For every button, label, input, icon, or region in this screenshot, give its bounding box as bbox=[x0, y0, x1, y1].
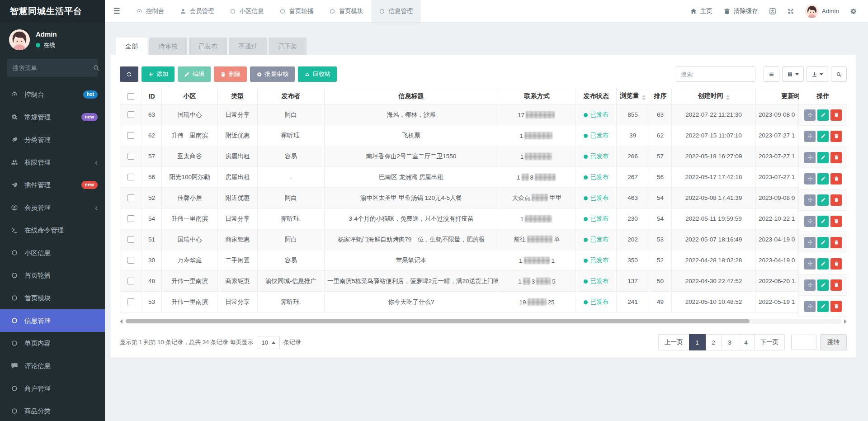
drag-button[interactable] bbox=[804, 152, 816, 163]
sidebar-item-首页模块[interactable]: 首页模块 bbox=[0, 287, 105, 309]
edit-row-button[interactable] bbox=[817, 152, 829, 163]
sidebar-item-单页内容[interactable]: 单页内容 bbox=[0, 332, 105, 355]
settings-button[interactable] bbox=[844, 0, 863, 23]
drag-button[interactable] bbox=[804, 109, 816, 121]
row-checkbox[interactable] bbox=[127, 153, 134, 160]
search-toggle-button[interactable] bbox=[831, 66, 847, 82]
avatar[interactable] bbox=[9, 29, 30, 50]
prev-page-button[interactable]: 上一页 bbox=[658, 334, 689, 350]
page-button-1[interactable]: 1 bbox=[689, 334, 706, 350]
sidebar-item-小区信息[interactable]: 小区信息 bbox=[0, 241, 105, 264]
tab-已发布[interactable]: 已发布 bbox=[189, 38, 227, 55]
sidebar-item-商户管理[interactable]: 商户管理 bbox=[0, 377, 105, 400]
row-checkbox[interactable] bbox=[127, 174, 134, 180]
drag-button[interactable] bbox=[804, 216, 816, 227]
row-checkbox[interactable] bbox=[127, 215, 134, 222]
edit-row-button[interactable] bbox=[817, 279, 829, 291]
row-checkbox[interactable] bbox=[127, 194, 134, 201]
delete-row-button[interactable] bbox=[830, 194, 842, 206]
column-header-创建时间[interactable]: 创建时间 bbox=[672, 88, 756, 104]
sidebar-item-插件管理[interactable]: 插件管理new bbox=[0, 174, 105, 196]
batch-audit-button[interactable]: 批量审核 bbox=[250, 66, 295, 82]
page-button-3[interactable]: 3 bbox=[722, 334, 738, 350]
fullscreen-button[interactable] bbox=[782, 0, 800, 23]
page-jump-button[interactable]: 跳转 bbox=[820, 334, 847, 350]
scrollbar-track[interactable] bbox=[125, 319, 842, 324]
sidebar-item-商品分类[interactable]: 商品分类 bbox=[0, 400, 105, 421]
topnav-tab-信息管理[interactable]: 信息管理 bbox=[371, 0, 421, 22]
edit-row-button[interactable] bbox=[817, 237, 829, 248]
delete-row-button[interactable] bbox=[830, 279, 842, 291]
page-button-4[interactable]: 4 bbox=[738, 334, 755, 350]
drag-button[interactable] bbox=[804, 173, 816, 184]
scroll-left-icon[interactable] bbox=[120, 319, 123, 324]
drag-button[interactable] bbox=[804, 258, 816, 270]
sort-icon[interactable] bbox=[726, 95, 730, 100]
delete-row-button[interactable] bbox=[830, 109, 842, 121]
sidebar-item-权限管理[interactable]: 权限管理‹ bbox=[0, 151, 105, 174]
delete-row-button[interactable] bbox=[830, 131, 842, 142]
sidebar-item-在线命令管理[interactable]: 在线命令管理 bbox=[0, 219, 105, 241]
drag-button[interactable] bbox=[804, 237, 816, 248]
refresh-button[interactable] bbox=[120, 66, 138, 82]
columns-dropdown-button[interactable] bbox=[782, 66, 804, 82]
next-page-button[interactable]: 下一页 bbox=[754, 334, 785, 350]
tab-已下架[interactable]: 已下架 bbox=[269, 38, 307, 55]
edit-button[interactable]: 编辑 bbox=[178, 66, 211, 82]
column-header-浏览量[interactable]: 浏览量 bbox=[617, 88, 649, 104]
drag-button[interactable] bbox=[804, 301, 816, 312]
row-checkbox[interactable] bbox=[127, 111, 134, 118]
topnav-tab-会员管理[interactable]: 会员管理 bbox=[172, 0, 222, 22]
sidebar-item-评论信息[interactable]: 评论信息 bbox=[0, 355, 105, 377]
delete-row-button[interactable] bbox=[830, 173, 842, 184]
sidebar-item-首页轮播[interactable]: 首页轮播 bbox=[0, 264, 105, 287]
edit-row-button[interactable] bbox=[817, 258, 829, 270]
scrollbar-thumb[interactable] bbox=[126, 319, 750, 323]
delete-row-button[interactable] bbox=[830, 258, 842, 270]
tab-全部[interactable]: 全部 bbox=[116, 38, 147, 55]
delete-row-button[interactable] bbox=[830, 216, 842, 227]
hamburger-icon[interactable]: ☰ bbox=[105, 0, 128, 22]
table-search-input[interactable] bbox=[676, 66, 755, 82]
delete-row-button[interactable] bbox=[830, 237, 842, 248]
tab-待审核[interactable]: 待审核 bbox=[149, 38, 187, 55]
topnav-tab-小区信息[interactable]: 小区信息 bbox=[222, 0, 272, 22]
edit-row-button[interactable] bbox=[817, 301, 829, 312]
sort-icon[interactable] bbox=[642, 95, 646, 100]
home-link[interactable]: 主页 bbox=[684, 0, 718, 23]
select-all-checkbox[interactable] bbox=[127, 93, 134, 100]
delete-row-button[interactable] bbox=[830, 301, 842, 312]
export-dropdown-button[interactable] bbox=[807, 66, 828, 82]
row-checkbox[interactable] bbox=[127, 298, 134, 305]
page-button-2[interactable]: 2 bbox=[705, 334, 722, 350]
edit-row-button[interactable] bbox=[817, 173, 829, 184]
topnav-tab-控制台[interactable]: 控制台 bbox=[128, 0, 172, 22]
tab-不通过[interactable]: 不通过 bbox=[229, 38, 267, 55]
recycle-bin-button[interactable]: 回收站 bbox=[298, 66, 337, 82]
topnav-tab-首页模块[interactable]: 首页模块 bbox=[321, 0, 371, 22]
edit-row-button[interactable] bbox=[817, 131, 829, 142]
toggle-view-button[interactable] bbox=[764, 66, 779, 82]
language-button[interactable] bbox=[764, 0, 782, 23]
row-checkbox[interactable] bbox=[127, 278, 134, 284]
drag-button[interactable] bbox=[804, 131, 816, 142]
clear-cache-link[interactable]: 清除缓存 bbox=[718, 0, 764, 23]
sidebar-item-控制台[interactable]: 控制台hot bbox=[0, 83, 105, 106]
edit-row-button[interactable] bbox=[817, 194, 829, 206]
add-button[interactable]: 添加 bbox=[142, 66, 175, 82]
topnav-tab-首页轮播[interactable]: 首页轮播 bbox=[272, 0, 321, 22]
scroll-right-icon[interactable] bbox=[844, 319, 847, 324]
delete-row-button[interactable] bbox=[830, 152, 842, 163]
row-checkbox[interactable] bbox=[127, 236, 134, 243]
page-size-select[interactable]: 10 bbox=[257, 336, 279, 349]
drag-button[interactable] bbox=[804, 194, 816, 206]
row-checkbox[interactable] bbox=[127, 132, 134, 139]
sidebar-item-常规管理[interactable]: 常规管理new bbox=[0, 106, 105, 128]
sidebar-search-input[interactable] bbox=[13, 65, 93, 71]
drag-button[interactable] bbox=[804, 279, 816, 291]
sidebar-item-分类管理[interactable]: 分类管理 bbox=[0, 128, 105, 151]
sidebar-item-信息管理[interactable]: 信息管理 bbox=[0, 309, 105, 332]
row-checkbox[interactable] bbox=[127, 257, 134, 264]
user-menu[interactable]: Admin bbox=[800, 0, 844, 23]
sidebar-item-会员管理[interactable]: 会员管理‹ bbox=[0, 196, 105, 219]
